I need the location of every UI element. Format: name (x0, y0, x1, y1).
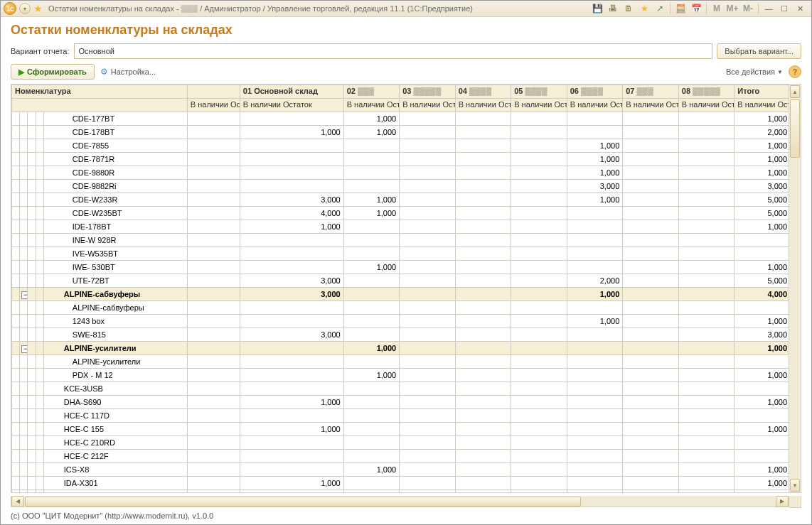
collapse-icon[interactable]: − (21, 291, 28, 299)
value-cell (511, 315, 567, 328)
value-cell (400, 490, 456, 493)
scroll-down-button[interactable]: ▼ (790, 479, 800, 492)
table-row[interactable]: −ALPINE-усилители1,0001,000 (12, 342, 789, 355)
calendar-icon[interactable]: 📅 (690, 3, 702, 14)
table-row[interactable]: IDE-178BT1,0001,000 (12, 220, 789, 234)
value-cell (455, 193, 511, 207)
vertical-scrollbar[interactable]: ▲ ▼ (789, 85, 801, 492)
m-button[interactable]: M (711, 3, 722, 14)
maximize-button[interactable]: ☐ (779, 3, 790, 14)
table-row[interactable]: IDA-X305s (12, 490, 789, 493)
value-cell (623, 112, 679, 126)
total-cell: 1,000 (734, 396, 789, 409)
col-subheader-instock: В наличии Остаток (511, 99, 567, 112)
tree-cell (12, 139, 20, 153)
table-row[interactable]: CDE-178BT1,0001,0002,000 (12, 126, 789, 139)
table-row[interactable]: HCE-C 212F (12, 450, 789, 463)
table-row[interactable]: IWE- 530BT1,0001,000 (12, 261, 789, 274)
value-cell (623, 342, 679, 355)
m-plus-button[interactable]: M+ (727, 3, 738, 14)
tree-cell (36, 193, 43, 207)
value-cell (678, 234, 734, 247)
table-row[interactable]: HCE-C 210RD (12, 436, 789, 450)
link-icon[interactable]: ↗ (654, 3, 666, 14)
spreadsheet-scroll[interactable]: Номенклатура01 Основной склад02 ▒▒▒03 ▒▒… (11, 85, 789, 492)
value-cell (400, 126, 456, 139)
table-row[interactable]: 1243 box1,0001,000 (12, 315, 789, 328)
table-row[interactable]: CDE-78551,0001,000 (12, 139, 789, 153)
table-row[interactable]: −ALPINE-сабвуферы3,0001,0004,000 (12, 288, 789, 301)
tree-cell (36, 126, 43, 139)
table-row[interactable]: SWE-8153,0003,000 (12, 328, 789, 342)
tree-cell (28, 396, 36, 409)
value-cell (455, 315, 511, 328)
table-row[interactable]: PDX - M 121,0001,000 (12, 369, 789, 382)
value-cell (187, 220, 240, 234)
table-row[interactable]: UTE-72BT3,0002,0005,000 (12, 274, 789, 288)
collapse-icon[interactable]: − (21, 345, 28, 353)
scroll-left-button[interactable]: ◀ (11, 496, 24, 507)
total-cell: 1,000 (734, 261, 789, 274)
name-cell: CDE-177BT (43, 112, 187, 126)
table-row[interactable]: CDE-177BT1,0001,000 (12, 112, 789, 126)
col-subheader-instock: В наличии Остаток (187, 99, 240, 112)
tree-cell (20, 193, 28, 207)
tree-cell (36, 207, 43, 220)
value-cell (187, 288, 240, 301)
table-row[interactable]: INE-W 928R (12, 234, 789, 247)
table-row[interactable]: IVE-W535BT (12, 247, 789, 261)
table-row[interactable]: CDE-W233R3,0001,0001,0005,000 (12, 193, 789, 207)
variant-input[interactable] (74, 43, 713, 59)
value-cell (678, 436, 734, 450)
value-cell: 3,000 (240, 274, 343, 288)
help-button[interactable]: ? (789, 65, 801, 78)
table-row[interactable]: ALPINE-усилители (12, 355, 789, 369)
print-icon[interactable]: 🖶 (607, 3, 619, 14)
value-cell (678, 139, 734, 153)
tree-cell (36, 423, 43, 436)
scroll-up-button[interactable]: ▲ (790, 85, 800, 98)
value-cell (240, 409, 343, 423)
settings-button[interactable]: ⚙ Настройка... (100, 67, 156, 77)
scroll-thumb[interactable] (790, 99, 800, 158)
minimize-button[interactable]: — (763, 3, 774, 14)
close-button[interactable]: ✕ (794, 3, 806, 14)
table-row[interactable]: HCE-C 117D (12, 409, 789, 423)
tree-cell (28, 450, 36, 463)
m-minus-button[interactable]: M- (742, 3, 754, 14)
value-cell (511, 409, 567, 423)
value-cell (678, 450, 734, 463)
favorite-star-icon[interactable]: ★ (33, 3, 43, 14)
table-row[interactable]: KCE-3USB (12, 382, 789, 396)
table-row[interactable]: DHA-S6901,0001,000 (12, 396, 789, 409)
table-row[interactable]: ICS-X81,0001,000 (12, 463, 789, 477)
tree-cell (28, 139, 36, 153)
scroll-right-button[interactable]: ▶ (776, 496, 789, 507)
form-button[interactable]: ▶ Сформировать (11, 64, 95, 80)
table-row[interactable]: CDE-9882Ri3,0003,000 (12, 180, 789, 193)
save-icon[interactable]: 💾 (592, 3, 603, 14)
total-cell: 3,000 (734, 328, 789, 342)
all-actions-button[interactable]: Все действия ▼ (726, 67, 783, 76)
tree-cell (36, 355, 43, 369)
calculator-icon[interactable]: 🧮 (675, 3, 686, 14)
value-cell (511, 396, 567, 409)
table-row[interactable]: HCE-C 1551,0001,000 (12, 423, 789, 436)
horizontal-scrollbar[interactable]: ◀ ▶ (11, 496, 801, 507)
tree-cell (28, 342, 36, 355)
favorite2-star-icon[interactable]: ★ (639, 3, 650, 14)
preview-icon[interactable]: 🗎 (623, 3, 634, 14)
table-row[interactable]: ALPINE-сабвуферы (12, 301, 789, 315)
value-cell (623, 153, 679, 166)
table-row[interactable]: IDA-X3011,0001,000 (12, 477, 789, 490)
hscroll-thumb[interactable] (25, 497, 581, 507)
table-row[interactable]: CDE-9880R1,0001,000 (12, 166, 789, 180)
table-row[interactable]: CDE-7871R1,0001,000 (12, 153, 789, 166)
tree-cell (12, 423, 20, 436)
titlebar-dropdown-icon[interactable]: ▾ (19, 3, 31, 14)
value-cell (187, 342, 240, 355)
table-row[interactable]: CDE-W235BT4,0001,0005,000 (12, 207, 789, 220)
value-cell (187, 139, 240, 153)
name-cell: ALPINE-сабвуферы (43, 288, 187, 301)
select-variant-button[interactable]: Выбрать вариант... (717, 43, 801, 59)
